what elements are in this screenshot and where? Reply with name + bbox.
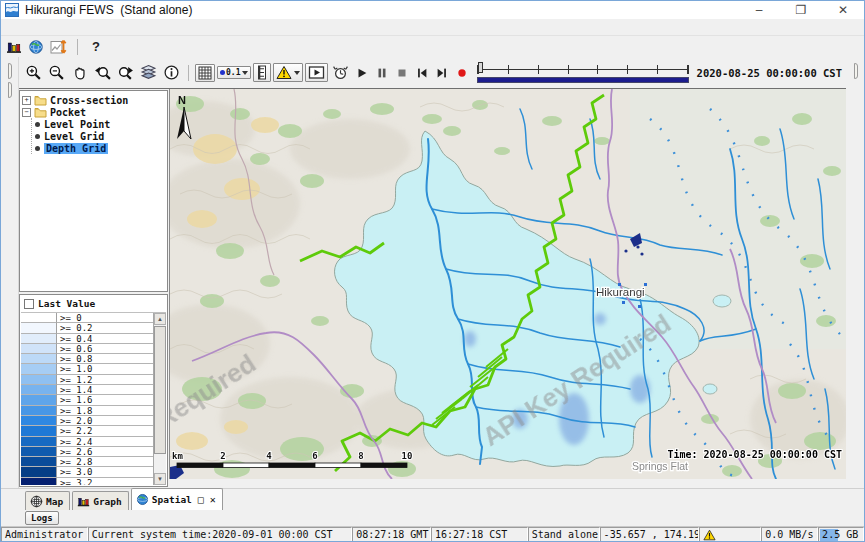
minimize-button[interactable]: – <box>738 1 780 19</box>
toolbar-separator <box>188 65 189 81</box>
legend-row-label: >= 2.0 <box>57 416 153 426</box>
tab-spatial[interactable]: Spatial □ ✕ <box>131 488 223 510</box>
tab-close-icon[interactable]: ✕ <box>210 494 216 505</box>
svg-text:6: 6 <box>312 451 317 461</box>
menu-item[interactable] <box>17 26 33 28</box>
play-button[interactable] <box>353 65 371 81</box>
map-time-label: Time: 2020-08-25 00:00:00 CST <box>667 449 842 460</box>
legend-row-label: >= 1.6 <box>57 395 153 405</box>
legend-row-label: >= 2.2 <box>57 426 153 436</box>
tab-map-label: Map <box>46 496 63 507</box>
side-tab[interactable] <box>8 63 12 79</box>
side-tab[interactable] <box>854 63 858 79</box>
tab-map[interactable]: Map <box>25 491 70 510</box>
zoom-out-button[interactable] <box>46 63 67 82</box>
grid-display-button[interactable] <box>195 64 215 82</box>
tree-leaf-level-point[interactable]: Level Point <box>35 118 167 130</box>
spatial-display-icon[interactable] <box>50 39 67 55</box>
legend-color-swatch <box>21 406 57 416</box>
step-back-icon <box>415 66 429 80</box>
toolbar-separator <box>77 39 78 55</box>
right-tab-strip <box>846 57 865 488</box>
map-canvas[interactable]: API Key Required API Key Required Hikura… <box>170 89 846 479</box>
contour-interval-dropdown[interactable]: 0.1 <box>217 66 251 79</box>
legend-color-swatch <box>21 416 57 426</box>
logs-row: Logs <box>1 510 864 526</box>
map-display-icon[interactable] <box>28 39 44 55</box>
step-forward-button[interactable] <box>433 65 451 81</box>
step-forward-icon <box>435 66 449 80</box>
time-navigator-button[interactable] <box>330 63 351 82</box>
legend-table: >= 0 >= 0.2 >= 0.4 >= 0.6 <box>21 312 166 485</box>
menu-item[interactable] <box>49 26 65 28</box>
tree-node-label: Pocket <box>50 107 86 118</box>
close-button[interactable]: ✕ <box>822 1 864 19</box>
folder-icon <box>34 107 47 118</box>
last-value-checkbox[interactable] <box>24 299 34 309</box>
warning-threshold-dropdown[interactable] <box>273 63 303 82</box>
pan-button[interactable] <box>69 63 90 82</box>
status-alerts[interactable] <box>699 527 761 542</box>
record-button[interactable] <box>453 65 471 81</box>
legend-row: >= 2.6 <box>21 447 153 457</box>
time-slider[interactable] <box>477 62 688 84</box>
warning-icon <box>276 65 292 80</box>
timeseries-dialog-icon[interactable] <box>6 39 22 55</box>
layers-button[interactable] <box>138 63 159 82</box>
legend-color-swatch <box>21 364 57 374</box>
tab-graph-label: Graph <box>93 496 122 507</box>
tab-graph[interactable]: Graph <box>72 491 129 510</box>
tree-leaf-depth-grid[interactable]: Depth Grid <box>35 142 167 154</box>
expand-icon[interactable]: + <box>22 96 31 105</box>
time-slider-thumb[interactable] <box>478 62 483 73</box>
scroll-up-icon[interactable]: ▲ <box>154 313 166 325</box>
menu-item[interactable] <box>1 26 17 28</box>
tree-leaf-level-grid[interactable]: Level Grid <box>35 130 167 142</box>
maximize-button[interactable]: ❐ <box>780 1 822 19</box>
last-value-label: Last Value <box>38 298 95 309</box>
bullet-icon <box>35 122 40 127</box>
legend-row-label: >= 3.2 <box>57 478 153 485</box>
legend-scrollbar[interactable]: ▲ ▼ <box>153 313 166 485</box>
time-slider-track <box>477 65 688 74</box>
layer-tree: + Cross-section − Pocket Level Point Lev… <box>19 90 168 292</box>
info-button[interactable] <box>161 63 182 82</box>
svg-text:2: 2 <box>220 451 225 461</box>
animation-button[interactable] <box>305 63 328 82</box>
zoom-next-button[interactable] <box>115 63 136 82</box>
zoom-in-button[interactable] <box>23 63 44 82</box>
legend-row-label: >= 1.2 <box>57 375 153 385</box>
chevron-down-icon <box>242 71 248 75</box>
legend-row: >= 0.2 <box>21 323 153 333</box>
stop-button[interactable] <box>393 65 411 81</box>
tree-node-label: Cross-section <box>50 95 128 106</box>
tree-node-pocket[interactable]: − Pocket <box>22 106 167 118</box>
status-user: Administrator <box>1 527 88 542</box>
globe-icon <box>136 493 149 506</box>
legend-color-swatch <box>21 457 57 467</box>
tab-maximize-icon[interactable]: □ <box>198 494 204 505</box>
menu-item[interactable] <box>33 26 49 28</box>
legend-row: >= 2.0 <box>21 416 153 426</box>
logs-button[interactable]: Logs <box>25 511 59 525</box>
zoom-previous-button[interactable] <box>92 63 113 82</box>
status-coordinates: -35.657 , 174.199 <box>600 527 700 542</box>
folder-icon <box>34 95 47 106</box>
profile-button[interactable] <box>253 63 271 82</box>
side-tab[interactable] <box>8 82 12 98</box>
tree-leaf-label: Level Point <box>44 119 110 130</box>
legend-color-swatch <box>21 447 57 457</box>
grid-icon <box>198 66 212 80</box>
zoom-out-icon <box>48 64 65 81</box>
tree-node-cross-section[interactable]: + Cross-section <box>22 94 167 106</box>
legend-row: >= 0 <box>21 313 153 323</box>
legend-color-swatch <box>21 313 57 323</box>
scroll-down-icon[interactable]: ▼ <box>154 473 166 485</box>
application-window: Hikurangi FEWS (Stand alone) – ❐ ✕ ? <box>0 0 865 542</box>
pause-button[interactable] <box>373 65 391 81</box>
collapse-icon[interactable]: − <box>22 108 31 117</box>
help-button[interactable]: ? <box>88 39 104 54</box>
scrollbar-thumb[interactable] <box>154 326 166 454</box>
step-back-button[interactable] <box>413 65 431 81</box>
legend-row-label: >= 3.0 <box>57 467 153 477</box>
